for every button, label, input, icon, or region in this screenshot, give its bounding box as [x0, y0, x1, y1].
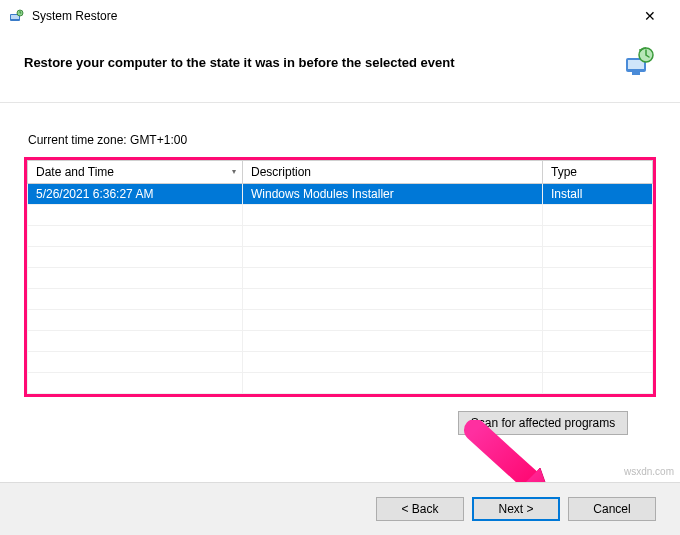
system-restore-icon	[8, 8, 24, 24]
cancel-button[interactable]: Cancel	[568, 497, 656, 521]
window-title: System Restore	[32, 9, 117, 23]
column-header-datetime[interactable]: Date and Time ▾	[28, 161, 243, 184]
restore-points-table-highlight: Date and Time ▾ Description Type 5/26/20…	[24, 157, 656, 397]
table-row-empty	[28, 289, 653, 310]
sort-descending-icon: ▾	[232, 167, 236, 176]
table-cell-type: Install	[543, 184, 653, 205]
column-header-description[interactable]: Description	[243, 161, 543, 184]
svg-rect-5	[632, 72, 640, 75]
page-headline: Restore your computer to the state it wa…	[24, 55, 455, 70]
table-row-empty	[28, 205, 653, 226]
table-row-empty	[28, 226, 653, 247]
column-header-datetime-label: Date and Time	[36, 165, 114, 179]
content-area: Current time zone: GMT+1:00 Date and Tim…	[0, 103, 680, 435]
titlebar: System Restore ✕	[0, 0, 680, 32]
svg-rect-1	[11, 15, 19, 19]
restore-wizard-icon	[620, 44, 656, 80]
table-row-empty	[28, 352, 653, 373]
table-cell-description: Windows Modules Installer	[243, 184, 543, 205]
table-row-empty	[28, 331, 653, 352]
wizard-footer: < Back Next > Cancel	[0, 482, 680, 535]
watermark: wsxdn.com	[624, 466, 674, 477]
next-button[interactable]: Next >	[472, 497, 560, 521]
close-button[interactable]: ✕	[627, 1, 672, 31]
scan-affected-programs-button[interactable]: Scan for affected programs	[458, 411, 628, 435]
table-row-empty	[28, 247, 653, 268]
table-row-empty	[28, 373, 653, 394]
table-row-empty	[28, 310, 653, 331]
table-row-empty	[28, 268, 653, 289]
back-button[interactable]: < Back	[376, 497, 464, 521]
column-header-type[interactable]: Type	[543, 161, 653, 184]
restore-points-table[interactable]: Date and Time ▾ Description Type 5/26/20…	[27, 160, 653, 394]
table-cell-datetime: 5/26/2021 6:36:27 AM	[28, 184, 243, 205]
timezone-label: Current time zone: GMT+1:00	[28, 133, 652, 147]
table-row[interactable]: 5/26/2021 6:36:27 AMWindows Modules Inst…	[28, 184, 653, 205]
wizard-header: Restore your computer to the state it wa…	[0, 32, 680, 102]
